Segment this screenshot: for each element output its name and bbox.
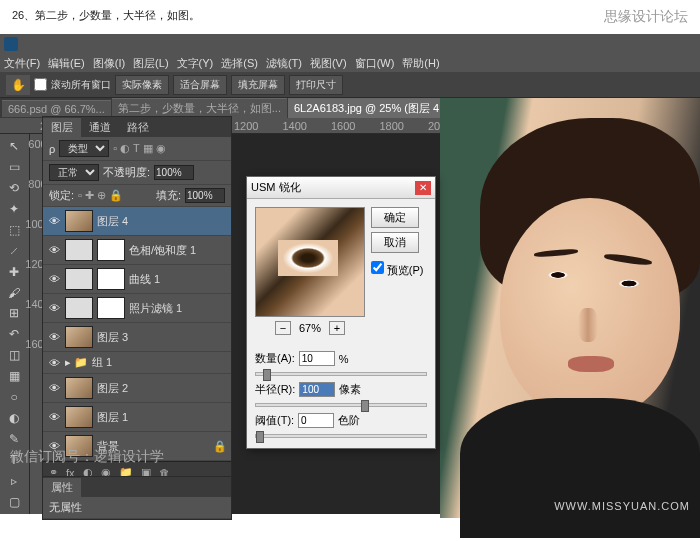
doc-tab[interactable]: 第二步，少数量，大半径，如图... <box>112 98 287 118</box>
menu-help[interactable]: 帮助(H) <box>402 56 439 71</box>
layer-name: 图层 3 <box>97 330 128 345</box>
zoom-value: 67% <box>299 322 321 334</box>
menu-type[interactable]: 文字(Y) <box>177 56 214 71</box>
menu-file[interactable]: 文件(F) <box>4 56 40 71</box>
eraser-tool-icon[interactable]: ◫ <box>2 345 26 365</box>
ok-button[interactable]: 确定 <box>371 207 419 228</box>
menu-edit[interactable]: 编辑(E) <box>48 56 85 71</box>
hand-tool-icon[interactable]: ✋ <box>6 75 30 95</box>
radius-unit: 像素 <box>339 382 361 397</box>
tab-layers[interactable]: 图层 <box>43 118 81 137</box>
visibility-icon[interactable]: 👁 <box>47 214 61 228</box>
layer-item[interactable]: 👁曲线 1 <box>43 265 231 294</box>
layer-item[interactable]: 👁色相/饱和度 1 <box>43 236 231 265</box>
menu-select[interactable]: 选择(S) <box>221 56 258 71</box>
visibility-icon[interactable]: 👁 <box>47 243 61 257</box>
menu-layer[interactable]: 图层(L) <box>133 56 168 71</box>
preview-checkbox-label[interactable]: 预览(P) <box>371 261 423 278</box>
wand-tool-icon[interactable]: ✦ <box>2 199 26 219</box>
brush-tool-icon[interactable]: 🖌 <box>2 283 26 303</box>
opacity-label: 不透明度: <box>103 165 150 180</box>
shape-tool-icon[interactable]: ▢ <box>2 492 26 512</box>
opacity-input[interactable] <box>154 165 194 180</box>
dodge-tool-icon[interactable]: ◐ <box>2 408 26 428</box>
heal-tool-icon[interactable]: ✚ <box>2 262 26 282</box>
layer-name: 图层 1 <box>97 410 128 425</box>
crop-tool-icon[interactable]: ⬚ <box>2 220 26 240</box>
radius-slider[interactable] <box>255 403 427 407</box>
tab-paths[interactable]: 路径 <box>119 118 157 137</box>
visibility-icon[interactable]: 👁 <box>47 330 61 344</box>
threshold-input[interactable] <box>298 413 334 428</box>
threshold-slider[interactable] <box>255 434 427 438</box>
fit-screen-button[interactable]: 适合屏幕 <box>173 75 227 95</box>
scroll-all-checkbox[interactable] <box>34 78 47 91</box>
layer-item[interactable]: 👁图层 1 <box>43 403 231 432</box>
kind-select[interactable]: 类型 <box>59 140 109 157</box>
tab-channels[interactable]: 通道 <box>81 118 119 137</box>
threshold-unit: 色阶 <box>338 413 360 428</box>
blur-tool-icon[interactable]: ○ <box>2 387 26 407</box>
threshold-label: 阈值(T): <box>255 413 294 428</box>
lasso-tool-icon[interactable]: ⟲ <box>2 178 26 198</box>
layer-item[interactable]: 👁图层 2 <box>43 374 231 403</box>
watermark-text: 微信订阅号：逻辑设计学 <box>10 448 164 466</box>
visibility-icon[interactable]: 👁 <box>47 301 61 315</box>
visibility-icon[interactable]: 👁 <box>47 356 61 370</box>
visibility-icon[interactable]: 👁 <box>47 410 61 424</box>
layer-name: 图层 2 <box>97 381 128 396</box>
usm-sharpen-dialog: USM 锐化 ✕ − 67% + 确定 取消 预览(P) 数量(A): % 半径… <box>246 176 436 449</box>
options-bar: ✋ 滚动所有窗口 实际像素 适合屏幕 填充屏幕 打印尺寸 <box>0 72 700 98</box>
preview-checkbox[interactable] <box>371 261 384 274</box>
zoom-in-button[interactable]: + <box>329 321 345 335</box>
dialog-titlebar[interactable]: USM 锐化 ✕ <box>247 177 435 199</box>
filter-icons[interactable]: ▫ ◐ T ▦ ◉ <box>113 142 165 155</box>
fill-input[interactable] <box>185 188 225 203</box>
layer-item[interactable]: 👁图层 3 <box>43 323 231 352</box>
gradient-tool-icon[interactable]: ▦ <box>2 366 26 386</box>
menu-filter[interactable]: 滤镜(T) <box>266 56 302 71</box>
properties-panel: 属性 无属性 <box>42 476 232 520</box>
layer-name: 色相/饱和度 1 <box>129 243 196 258</box>
history-brush-icon[interactable]: ↶ <box>2 324 26 344</box>
page-header: 26、第二步，少数量，大半径，如图。 思缘设计论坛 <box>0 0 700 34</box>
path-tool-icon[interactable]: ▹ <box>2 471 26 491</box>
layer-name: 曲线 1 <box>129 272 160 287</box>
panel-tabs: 图层 通道 路径 <box>43 117 231 137</box>
layer-name: 照片滤镜 1 <box>129 301 182 316</box>
radius-input[interactable] <box>299 382 335 397</box>
fill-screen-button[interactable]: 填充屏幕 <box>231 75 285 95</box>
print-size-button[interactable]: 打印尺寸 <box>289 75 343 95</box>
move-tool-icon[interactable]: ↖ <box>2 136 26 156</box>
close-icon[interactable]: ✕ <box>415 181 431 195</box>
amount-slider[interactable] <box>255 372 427 376</box>
cancel-button[interactable]: 取消 <box>371 232 419 253</box>
pen-tool-icon[interactable]: ✎ <box>2 429 26 449</box>
marquee-tool-icon[interactable]: ▭ <box>2 157 26 177</box>
layer-item[interactable]: 👁▸ 📁组 1 <box>43 352 231 374</box>
stamp-tool-icon[interactable]: ⊞ <box>2 304 26 324</box>
menubar[interactable]: 文件(F) 编辑(E) 图像(I) 图层(L) 文字(Y) 选择(S) 滤镜(T… <box>0 54 700 72</box>
zoom-out-button[interactable]: − <box>275 321 291 335</box>
tab-properties[interactable]: 属性 <box>43 478 81 497</box>
amount-input[interactable] <box>299 351 335 366</box>
lock-icon: 🔒 <box>213 440 227 453</box>
layer-item[interactable]: 👁照片滤镜 1 <box>43 294 231 323</box>
lock-icons[interactable]: ▫ ✚ ⊕ 🔒 <box>78 189 123 202</box>
menu-view[interactable]: 视图(V) <box>310 56 347 71</box>
layer-item[interactable]: 👁图层 4 <box>43 207 231 236</box>
eyedropper-tool-icon[interactable]: ⟋ <box>2 241 26 261</box>
visibility-icon[interactable]: 👁 <box>47 272 61 286</box>
amount-label: 数量(A): <box>255 351 295 366</box>
menu-image[interactable]: 图像(I) <box>93 56 125 71</box>
layer-name: 图层 4 <box>97 214 128 229</box>
scroll-label: 滚动所有窗口 <box>51 78 111 92</box>
blend-mode-select[interactable]: 正常 <box>49 164 99 181</box>
actual-pixels-button[interactable]: 实际像素 <box>115 75 169 95</box>
visibility-icon[interactable]: 👁 <box>47 381 61 395</box>
doc-tab[interactable]: 666.psd @ 66.7%... <box>2 100 111 117</box>
preview-image[interactable] <box>255 207 365 317</box>
mask-thumb <box>97 239 125 261</box>
layer-thumb <box>65 268 93 290</box>
menu-window[interactable]: 窗口(W) <box>355 56 395 71</box>
